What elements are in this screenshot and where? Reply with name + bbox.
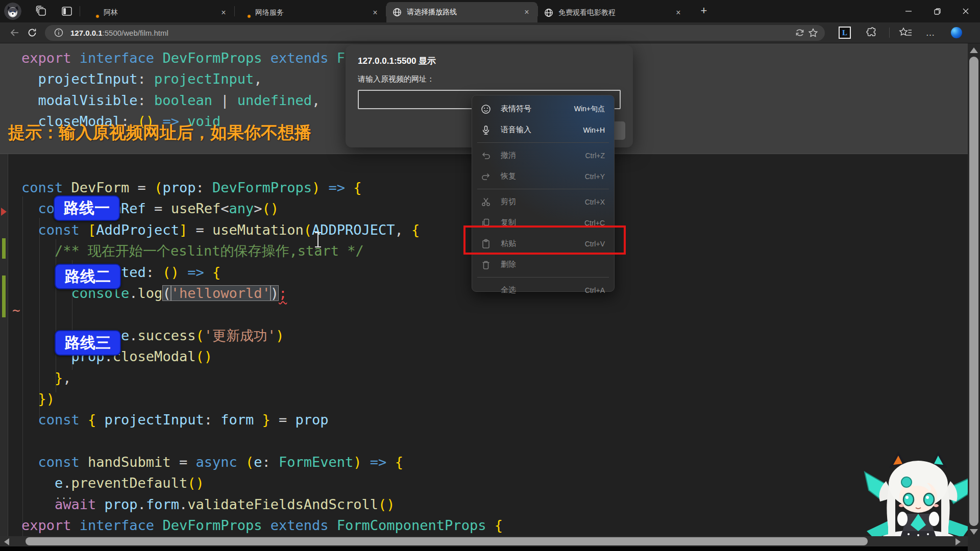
horizontal-scrollbar-thumb[interactable] [26, 537, 868, 545]
menu-item-label: 删除 [501, 260, 605, 269]
gutter-change-mark [2, 276, 6, 317]
scroll-down-arrow[interactable] [970, 529, 978, 535]
code-line: }) [21, 388, 503, 409]
tab-1[interactable]: 阿林× [83, 3, 234, 22]
trash-icon [480, 259, 492, 270]
extensions-puzzle-icon[interactable] [864, 25, 879, 40]
code-line: export interface DevFormProps extends Fo… [21, 515, 503, 536]
code-main-block: const DevForm = (prop: DevFormProps) => … [21, 177, 503, 536]
menu-item-shortcut: Win+H [583, 126, 605, 134]
menu-item-label: 表情符号 [501, 104, 574, 114]
code-line: projectInput: projectInput, [21, 68, 345, 89]
menu-item-shortcut: Ctrl+A [585, 286, 605, 294]
menu-item-恢复[interactable]: 恢复Ctrl+Y [472, 166, 614, 187]
menu-item-撤消[interactable]: 撤消Ctrl+Z [472, 145, 614, 166]
close-window-button[interactable] [951, 0, 980, 22]
tab-title: 免费观看电影教程 [558, 8, 673, 17]
code-line: e.preventDefault() [21, 472, 503, 493]
sync-refresh-icon[interactable] [793, 26, 806, 39]
minimize-button[interactable] [894, 0, 923, 22]
scroll-up-arrow[interactable] [970, 47, 978, 53]
profile-avatar[interactable] [4, 3, 21, 20]
settings-menu-icon[interactable]: … [923, 25, 938, 40]
text-cursor-pointer [317, 232, 318, 247]
code-top-block: export interface DevFormProps extends F … [21, 47, 345, 132]
vertical-scrollbar-thumb[interactable] [969, 57, 978, 526]
gutter-change-mark [2, 238, 6, 259]
paste-highlight-annotation [463, 226, 626, 255]
new-tab-button[interactable]: + [696, 4, 712, 19]
code-line: await prop.form.validateFieldsAndScroll(… [21, 494, 503, 515]
tip-text: 提示：输入原视频网址后，如果你不想播 [8, 121, 311, 144]
tab-close-icon[interactable]: × [673, 7, 684, 18]
vertical-tabs-icon[interactable] [60, 5, 74, 18]
tab-title: 阿林 [104, 8, 218, 17]
menu-item-语音输入[interactable]: 语音输入Win+H [472, 119, 614, 140]
url-host: 127.0.0.1 [70, 29, 103, 37]
menu-item-全选[interactable]: 全选Ctrl+A [472, 280, 614, 300]
extension-l-icon[interactable]: L [837, 25, 852, 40]
menu-separator [477, 277, 609, 278]
menu-item-删除[interactable]: 删除 [472, 254, 614, 275]
back-button[interactable] [6, 25, 23, 40]
scroll-right-arrow[interactable] [955, 538, 961, 545]
route-button-3[interactable]: 路线三 [55, 330, 121, 356]
menu-item-shortcut: Ctrl+X [585, 198, 605, 206]
url-text[interactable]: 127.0.0.1:5500/web/film.html [70, 29, 793, 37]
anime-mascot-image [862, 450, 975, 548]
menu-item-shortcut: Ctrl+Z [585, 152, 605, 160]
address-bar[interactable]: 127.0.0.1:5500/web/film.html [45, 25, 825, 41]
code-line: export interface DevFormProps extends F [21, 47, 345, 68]
code-line: modalVisible: boolean | undefined, [21, 90, 345, 111]
dialog-title: 127.0.0.1:5500 显示 [358, 55, 436, 67]
code-line: const handSubmit = async (e: FormEvent) … [21, 452, 503, 472]
emoji-icon [480, 104, 492, 115]
browser-window: 阿林×网络服务×请选择播放路线×免费观看电影教程× + 127.0.0.1:55… [0, 0, 980, 551]
menu-separator [477, 189, 609, 189]
route-button-1[interactable]: 路线一 [54, 195, 120, 221]
route-button-2[interactable]: 路线二 [55, 264, 121, 289]
undo-icon [480, 150, 492, 161]
site-info-icon[interactable] [52, 26, 65, 39]
toolbar-divider [889, 28, 890, 38]
code-line: }, [21, 367, 503, 388]
refresh-button[interactable] [23, 25, 41, 40]
dialog-message: 请输入原视频的网址： [358, 74, 434, 84]
tab-close-icon[interactable]: × [521, 7, 532, 18]
menu-item-表情符号[interactable]: 表情符号Win+句点 [472, 98, 614, 119]
window-controls [894, 0, 980, 22]
menu-item-剪切[interactable]: 剪切Ctrl+X [472, 191, 614, 212]
menu-item-label: 撤消 [501, 151, 585, 160]
code-line [21, 304, 503, 324]
gutter-breakpoint-arrow [1, 208, 7, 216]
tab-divider [80, 6, 80, 16]
menu-item-shortcut: Win+句点 [574, 105, 605, 114]
favorites-hub-icon[interactable] [898, 25, 913, 40]
tab-4[interactable]: 免费观看电影教程× [538, 3, 689, 22]
restore-button[interactable] [923, 0, 951, 22]
bottom-strip [0, 546, 980, 551]
tab-2[interactable]: 网络服务× [235, 3, 386, 22]
avatar-favicon [89, 8, 99, 17]
redo-icon [480, 171, 492, 182]
menu-separator [477, 142, 609, 143]
scroll-left-arrow[interactable] [4, 538, 9, 545]
vertical-scrollbar[interactable] [968, 43, 980, 551]
menu-item-label: 全选 [501, 285, 585, 295]
cut-icon [480, 196, 492, 208]
tab-close-icon[interactable]: × [370, 7, 381, 18]
workspaces-icon[interactable] [35, 5, 48, 18]
favorite-star-icon[interactable] [806, 26, 820, 39]
avatar-favicon [241, 8, 250, 17]
tab-close-icon[interactable]: × [218, 7, 229, 18]
tab-3[interactable]: 请选择播放路线× [386, 2, 537, 22]
menu-item-label: 恢复 [501, 171, 585, 181]
copilot-icon[interactable] [949, 25, 964, 40]
globe-favicon [544, 8, 553, 17]
globe-favicon [393, 8, 402, 17]
code-line: /** 现在开始一个eslint的保存操作,start */ [21, 240, 503, 261]
code-line [21, 431, 503, 452]
mic-icon [480, 124, 492, 136]
context-menu: 表情符号Win+句点语音输入Win+H撤消Ctrl+Z恢复Ctrl+Y剪切Ctr… [472, 95, 615, 292]
code-line: const [AddProject] = useMutation(ADDPROJ… [21, 219, 503, 240]
